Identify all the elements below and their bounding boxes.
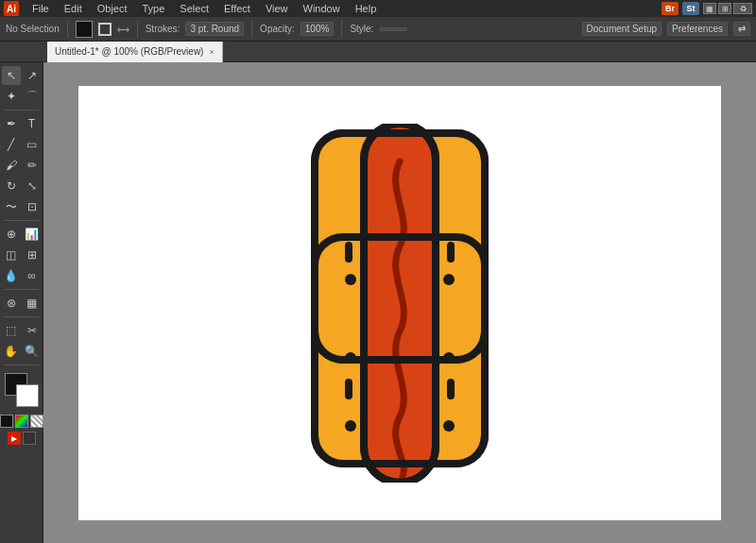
change-mode-button[interactable]: ▶ [8,432,21,445]
workspace-icons: ▦ ⊞ ♻ [703,3,752,14]
stock-icon[interactable]: St [682,2,699,15]
menubar: Ai File Edit Object Type Select Effect V… [0,0,756,17]
column-graph-tool[interactable]: ▦ [23,294,42,313]
layout-icon2[interactable]: ⊞ [718,3,731,14]
type-tool[interactable]: T [23,114,42,133]
separator-2 [137,21,138,38]
style-dropdown[interactable] [379,27,407,31]
hand-zoom-row: ✋ 🔍 [2,342,42,361]
svg-rect-5 [345,242,352,263]
menu-window[interactable]: Window [301,3,342,14]
paint-row: 🖌 ✏ [2,156,42,175]
left-toolbar: ↖ ↗ ✦ ⌒ ✒ T ╱ ▭ 🖌 ✏ ↻ ⤡ 〜 ⊡ ⊕ [0,62,43,543]
main-layout: ↖ ↗ ✦ ⌒ ✒ T ╱ ▭ 🖌 ✏ ↻ ⤡ 〜 ⊡ ⊕ [0,62,756,543]
app-logo: Ai [4,1,19,16]
blend-tool[interactable]: ∞ [23,266,42,285]
document-tab[interactable]: Untitled-1* @ 100% (RGB/Preview) × [47,42,223,62]
menu-effect[interactable]: Effect [222,3,252,14]
slice-tool[interactable]: ✂ [23,321,42,340]
svg-rect-6 [447,242,455,263]
fill-swatch[interactable] [76,21,93,38]
shape-builder-row: ⊕ 📊 [2,225,42,244]
rect-tool[interactable]: ▭ [23,135,42,154]
tab-bar: Untitled-1* @ 100% (RGB/Preview) × [0,42,756,62]
line-tool[interactable]: ╱ [2,135,21,154]
svg-point-11 [345,420,356,432]
warp-row: 〜 ⊡ [2,197,42,216]
menu-edit[interactable]: Edit [62,3,84,14]
icon-set3[interactable]: ♻ [733,3,752,14]
tool-separator-2 [5,220,39,221]
direct-selection-tool[interactable]: ↗ [23,66,42,85]
warp-tool[interactable]: 〜 [2,197,21,216]
none-fill-button[interactable] [30,415,43,428]
shape-builder-tool[interactable]: ⊕ [2,225,21,244]
stroke-swatch[interactable] [98,23,112,36]
tab-title: Untitled-1* @ 100% (RGB/Preview) [55,46,203,57]
color-mode-row [0,415,43,428]
canvas-area[interactable] [43,62,756,543]
tool-separator-3 [5,289,39,290]
zoom-tool[interactable]: 🔍 [23,342,42,361]
pen-tool-row: ✒ T [2,114,42,133]
pencil-tool[interactable]: ✏ [23,156,42,175]
menu-help[interactable]: Help [353,3,379,14]
menu-view[interactable]: View [264,3,290,14]
artboard-tool[interactable]: ⬚ [2,321,21,340]
stroke-dropdown[interactable]: 3 pt. Round [185,22,244,36]
free-transform-tool[interactable]: ⊡ [23,197,42,216]
line-tool-row: ╱ ▭ [2,135,42,154]
tool-separator-5 [5,365,39,365]
paintbrush-tool[interactable]: 🖌 [2,156,21,175]
style-label: Style: [350,24,373,34]
scale-tool[interactable]: ⤡ [23,177,42,195]
options-toolbar: No Selection ⟷ Strokes: 3 pt. Round Opac… [0,17,756,42]
selection-status: No Selection [6,24,60,34]
color-selector [5,373,39,407]
gradient-row: ◫ ⊞ [2,246,42,264]
menu-type[interactable]: Type [141,3,167,14]
screen-mode-row: ▶ [8,432,36,445]
bridge-icon[interactable]: Br [662,2,679,15]
stroke-label: Strokes: [146,24,180,34]
selection-tool[interactable]: ↖ [2,66,21,85]
opacity-label: Opacity: [260,24,295,34]
document-setup-button[interactable]: Document Setup [582,22,662,36]
eyedropper-tool[interactable]: 💧 [2,266,21,285]
arrange-icon[interactable]: ⇄ [733,22,750,36]
fill-mode-button[interactable] [0,415,13,428]
menu-file[interactable]: File [30,3,51,14]
svg-point-3 [345,274,356,285]
graph-tool[interactable]: 📊 [23,225,42,244]
mesh-tool[interactable]: ⊞ [23,246,42,264]
svg-rect-10 [447,379,455,399]
separator-3 [251,21,252,38]
magic-wand-tool[interactable]: ✦ [2,87,21,106]
stroke-icon: ⟷ [117,25,129,34]
gradient-fill-button[interactable] [15,415,28,428]
layout-icon[interactable]: ▦ [703,3,716,14]
tool-separator-4 [5,316,39,317]
rotate-tool[interactable]: ↻ [2,177,21,195]
menu-object[interactable]: Object [95,3,129,14]
separator-1 [67,21,68,38]
opacity-value[interactable]: 100% [301,22,335,36]
separator-4 [341,21,342,38]
menu-select[interactable]: Select [178,3,211,14]
tab-close-button[interactable]: × [209,47,214,57]
screen-mode-button[interactable] [23,432,36,445]
svg-rect-9 [345,379,352,399]
gradient-tool[interactable]: ◫ [2,246,21,264]
background-color[interactable] [16,384,39,407]
symbol-row: ⊛ ▦ [2,294,42,313]
canvas [78,86,721,520]
symbol-sprayer-tool[interactable]: ⊛ [2,294,21,313]
lasso-tool[interactable]: ⌒ [23,87,42,106]
pen-tool[interactable]: ✒ [2,114,21,133]
preferences-button[interactable]: Preferences [667,22,728,36]
hand-tool[interactable]: ✋ [2,342,21,361]
eyedropper-row: 💧 ∞ [2,266,42,285]
rotate-row: ↻ ⤡ [2,177,42,195]
artboard-row: ⬚ ✂ [2,321,42,340]
svg-point-12 [443,420,455,432]
